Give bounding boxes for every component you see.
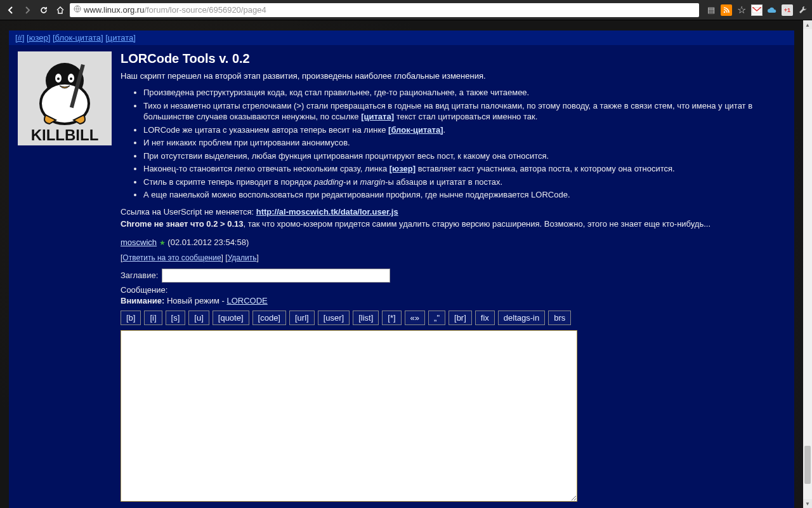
bullet-item: Наконец-то становится легко отвечать нес… (143, 163, 785, 175)
scroll-up-icon[interactable]: ▲ (803, 20, 812, 29)
reply-link[interactable]: Ответить на это сообщение (122, 253, 221, 262)
fmt-listitem-button[interactable]: [*] (382, 311, 401, 325)
lorcode-link[interactable]: LORCODE (226, 296, 267, 305)
delete-link[interactable]: Удалить (228, 253, 257, 262)
fmt-underline-button[interactable]: [u] (188, 311, 209, 325)
tag-user-link[interactable]: [юзер] (27, 33, 50, 43)
fmt-strike-button[interactable]: [s] (166, 311, 186, 325)
fmt-deltags-button[interactable]: deltags-in (498, 311, 545, 325)
plus-one-icon[interactable]: +1 (782, 4, 793, 16)
format-toolbar: [b] [i] [s] [u] [quote] [code] [url] [us… (121, 311, 785, 325)
bookmark-star-icon[interactable]: ☆ (736, 4, 747, 16)
svg-point-8 (57, 77, 60, 80)
fmt-italic-button[interactable]: [i] (144, 311, 162, 325)
blockquote-link[interactable]: [блок-цитата] (388, 125, 443, 135)
bullet-item: Произведена реструктуризация кода, код с… (143, 87, 785, 98)
fmt-low-quotes-button[interactable]: „" (428, 311, 445, 325)
post-meta: moscwich ★ (02.01.2012 23:54:58) (121, 237, 785, 247)
scrollbar-thumb[interactable] (804, 446, 811, 484)
wrench-icon[interactable] (797, 4, 808, 16)
post-title: LORCode Tools v. 0.2 (121, 51, 785, 66)
message-textarea[interactable] (121, 330, 577, 502)
chrome-note: Chrome не знает что 0.2 > 0.13, так что … (121, 219, 785, 229)
fmt-br-button[interactable]: [br] (449, 311, 472, 325)
tag-quote-link[interactable]: [цитата] (105, 33, 136, 43)
browser-toolbar: www.linux.org.ru/forum/lor-source/695692… (0, 0, 812, 20)
quote-link[interactable]: [цитата] (361, 112, 394, 121)
post-actions: [Ответить на это сообщение] [Удалить] (121, 253, 785, 262)
page-content: [#] [юзер] [блок-цитата] [цитата] (9, 30, 794, 508)
svg-point-1 (724, 11, 726, 13)
post-intro: Наш скрипт перешел на второй этап развит… (121, 71, 785, 81)
quick-tag-bar: [#] [юзер] [блок-цитата] [цитата] (9, 30, 794, 45)
url-host: www.linux.org.ru (84, 5, 144, 15)
fmt-bold-button[interactable]: [b] (121, 311, 141, 325)
back-button[interactable] (4, 3, 18, 17)
message-label: Сообщение: (121, 285, 785, 295)
tag-hash-link[interactable]: [#] (15, 33, 24, 43)
post-date: (02.01.2012 23:54:58) (167, 237, 249, 247)
fmt-angle-quotes-button[interactable]: «» (405, 311, 425, 325)
fmt-url-button[interactable]: [url] (289, 311, 315, 325)
scrollbar[interactable]: ▲ ▼ (803, 20, 812, 508)
fmt-user-button[interactable]: [user] (318, 311, 350, 325)
rss-icon[interactable] (721, 4, 732, 16)
svg-text:KILLBILL: KILLBILL (31, 126, 99, 144)
gmail-icon[interactable] (751, 4, 763, 16)
fmt-quote-button[interactable]: [quote] (213, 311, 249, 325)
bullet-item: При отсутствии выделения, любая функция … (143, 150, 785, 162)
bullet-item: LORCode же цитата с указанием автора теп… (143, 124, 785, 136)
userscript-url-link[interactable]: http://al-moscwich.tk/data/lor.user.js (256, 207, 398, 217)
author-link[interactable]: moscwich (121, 237, 157, 247)
post-bullets: Произведена реструктуризация кода, код с… (143, 87, 785, 201)
fmt-brs-button[interactable]: brs (548, 311, 571, 325)
bullet-item: Тихо и незаметно цитаты стрелочками (>) … (143, 100, 785, 123)
svg-point-9 (70, 77, 72, 80)
reply-form: Заглавие: Сообщение: Внимание: Новый реж… (121, 269, 785, 502)
url-bar[interactable]: www.linux.org.ru/forum/lor-source/695692… (70, 3, 699, 17)
globe-icon (74, 5, 81, 15)
page-icon[interactable]: ▤ (705, 4, 717, 16)
cloud-icon[interactable] (766, 4, 778, 16)
fmt-list-button[interactable]: [list] (353, 311, 379, 325)
reload-button[interactable] (37, 3, 51, 17)
fmt-code-button[interactable]: [code] (252, 311, 286, 325)
title-input[interactable] (162, 269, 390, 283)
url-path: /forum/lor-source/6956920/page4 (144, 5, 266, 15)
home-button[interactable] (53, 3, 67, 17)
title-label: Заглавие: (121, 271, 158, 280)
mode-line: Внимание: Новый режим - LORCODE (121, 296, 785, 305)
userscript-line: Ссылка на UserScript не меняется: http:/… (121, 207, 785, 217)
scroll-down-icon[interactable]: ▼ (803, 499, 812, 508)
avatar: KILLBILL (18, 51, 112, 145)
bullet-item: А еще панелькой можно воспользоваться пр… (143, 189, 785, 201)
toolbar-icons: ▤ ☆ +1 (705, 4, 808, 16)
user-link[interactable]: [юзер] (390, 164, 416, 173)
bullet-item: Стиль в скрипте теперь приводит в порядо… (143, 177, 785, 188)
forum-post: KILLBILL LORCode Tools v. 0.2 Наш скрипт… (18, 51, 785, 502)
forward-button[interactable] (20, 3, 34, 17)
star-icon: ★ (159, 239, 166, 246)
bullet-item: И нет никаких проблем при цитировании ан… (143, 137, 785, 149)
tag-blockquote-link[interactable]: [блок-цитата] (53, 33, 103, 43)
fmt-fix-button[interactable]: fix (475, 311, 495, 325)
